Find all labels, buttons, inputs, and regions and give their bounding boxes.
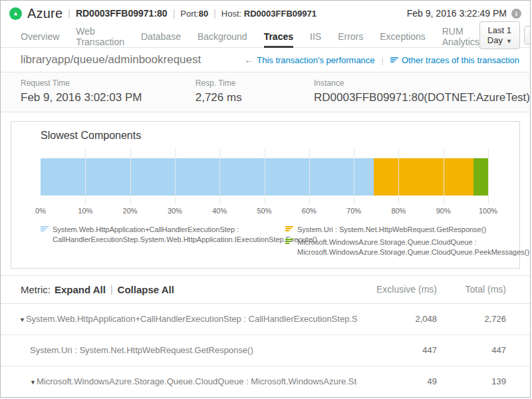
chevron-down-icon: ▼: [506, 38, 512, 45]
other-traces-link[interactable]: Other traces of this transaction: [390, 55, 519, 65]
tab-errors[interactable]: Errors: [338, 26, 363, 48]
x-tick-label: 10%: [78, 207, 92, 215]
bar-segment-0[interactable]: [41, 158, 374, 196]
gridline: [309, 148, 310, 204]
slowest-components-card: Slowest Components 0%10%20%30%40%50%60%7…: [11, 121, 520, 269]
stacked-bar-chart: [41, 148, 488, 204]
tab-database[interactable]: Database: [141, 26, 181, 48]
instance-label: Instance: [314, 78, 530, 88]
metric-table-header: Metric: Expand All | Collapse All Exclus…: [1, 275, 530, 304]
trace-list-icon: [390, 57, 398, 63]
collapse-triangle-icon[interactable]: ▼: [19, 317, 25, 323]
resp-time-label: Resp. Time: [196, 78, 314, 88]
legend-item-2: Microsoft.WindowsAzure.Storage.Queue.Clo…: [285, 237, 529, 257]
x-tick-label: 50%: [257, 207, 271, 215]
gridline: [354, 148, 354, 204]
table-row[interactable]: ▼System.Web.HttpApplication+CallHandlerE…: [1, 304, 530, 335]
menu-button[interactable]: ≡: [524, 26, 531, 45]
total-ms-value: 447: [437, 345, 506, 355]
metric-name: ▼System.Web.HttpApplication+CallHandlerE…: [19, 314, 357, 324]
total-ms-value: 139: [437, 376, 506, 386]
tab-web-transaction[interactable]: Web Transaction: [76, 26, 124, 48]
exclusive-column-header: Exclusive (ms): [357, 284, 437, 295]
chart-legend: System.Web.HttpApplication+CallHandlerEx…: [41, 225, 488, 260]
legend-bars-icon: [285, 237, 293, 257]
x-axis: 0%10%20%30%40%50%60%70%80%90%100%: [41, 207, 488, 217]
gridline: [444, 148, 444, 204]
chart-title: Slowest Components: [41, 130, 488, 142]
x-tick-label: 90%: [436, 207, 451, 215]
exclusive-ms-value: 2,048: [357, 314, 437, 324]
gridline: [265, 148, 265, 204]
resp-time-value: 2,726 ms: [196, 91, 314, 104]
expand-all-link[interactable]: Expand All: [55, 284, 106, 295]
x-tick-label: 60%: [302, 207, 317, 215]
x-tick-label: 30%: [168, 207, 182, 215]
new-relic-deploy-icon: ▲: [9, 7, 22, 20]
collapse-all-link[interactable]: Collapse All: [118, 284, 174, 295]
metric-table-body: ▼System.Web.HttpApplication+CallHandlerE…: [1, 304, 530, 398]
app-window: ▲ Azure | RD0003FFB09971:80 | Port:80 | …: [0, 0, 531, 398]
info-icon[interactable]: i: [511, 9, 521, 19]
collapse-triangle-icon[interactable]: ▼: [30, 379, 36, 386]
nav-bar: OverviewWeb TransactionDatabaseBackgroun…: [1, 26, 530, 48]
port-info: Port:80: [180, 9, 208, 19]
legend-item-1: System.Uri : System.Net.HttpWebRequest.G…: [285, 225, 529, 235]
legend-label: System.Web.HttpApplication+CallHandlerEx…: [53, 225, 317, 245]
instance-value: RD0003FFB09971:80(DOTNET:AzureTest): [314, 91, 530, 104]
separator: |: [382, 55, 384, 65]
legend-bars-icon: [41, 225, 49, 245]
transaction-header: libraryapp/queue/adminbookrequest ←This …: [1, 48, 530, 72]
exclusive-ms-value: 49: [357, 376, 437, 386]
separator: |: [213, 8, 216, 19]
tab-overview[interactable]: Overview: [21, 26, 59, 48]
app-title: Azure: [27, 6, 63, 21]
separator: |: [173, 8, 176, 19]
x-tick-label: 40%: [212, 207, 227, 215]
bar-segment-2[interactable]: [473, 158, 488, 196]
gridline: [130, 148, 131, 204]
app-header: ▲ Azure | RD0003FFB09971:80 | Port:80 | …: [1, 1, 530, 26]
transaction-performance-link[interactable]: ←This transaction's performance: [244, 55, 374, 65]
gridline: [488, 148, 489, 204]
bar-segment-1[interactable]: [374, 158, 473, 196]
metric-name: ▼Microsoft.WindowsAzure.Storage.Queue.Cl…: [30, 376, 357, 386]
left-arrow-icon: ←: [244, 55, 253, 65]
tab-traces[interactable]: Traces: [264, 26, 293, 48]
tab-list: OverviewWeb TransactionDatabaseBackgroun…: [21, 26, 479, 47]
legend-bars-icon: [285, 225, 293, 235]
time-range-button[interactable]: Last 1 Day▼: [479, 21, 520, 49]
x-tick-label: 80%: [391, 207, 406, 215]
metric-name: System.Uri : System.Net.HttpWebRequest.G…: [30, 345, 357, 355]
request-time-value: Feb 9, 2016 3:02:03 PM: [21, 91, 196, 104]
total-column-header: Total (ms): [437, 284, 506, 295]
x-tick-label: 0%: [35, 207, 46, 215]
instance-name: RD0003FFB09971:80: [76, 8, 168, 19]
tab-background[interactable]: Background: [198, 26, 247, 48]
separator: |: [110, 284, 113, 295]
exclusive-ms-value: 447: [357, 345, 437, 355]
host-info: Host: RD0003FFB09971: [221, 9, 317, 19]
table-row[interactable]: ▼Microsoft.WindowsAzure.Storage.Queue.Cl…: [1, 366, 530, 398]
legend-item-0: System.Web.HttpApplication+CallHandlerEx…: [41, 225, 285, 245]
legend-label: System.Uri : System.Net.HttpWebRequest.G…: [297, 225, 486, 235]
tab-exceptions[interactable]: Exceptions: [380, 26, 425, 48]
gridline: [175, 148, 176, 204]
total-ms-value: 2,726: [437, 314, 506, 324]
tab-iis[interactable]: IIS: [310, 26, 321, 48]
current-timestamp: Feb 9, 2016 3:22:49 PM: [407, 8, 507, 19]
transaction-name: libraryapp/queue/adminbookrequest: [21, 53, 201, 66]
gridline: [219, 148, 220, 204]
request-time-label: Request Time: [21, 78, 196, 88]
trace-summary: Request Time Feb 9, 2016 3:02:03 PM Resp…: [1, 72, 530, 112]
table-row[interactable]: System.Uri : System.Net.HttpWebRequest.G…: [1, 335, 530, 366]
metric-label: Metric:: [21, 284, 51, 295]
legend-label: Microsoft.WindowsAzure.Storage.Queue.Clo…: [297, 237, 529, 257]
x-tick-label: 70%: [346, 207, 361, 215]
x-tick-label: 20%: [123, 207, 138, 215]
gridline: [85, 148, 86, 204]
gridline: [398, 148, 399, 204]
x-tick-label: 100%: [479, 207, 497, 215]
tab-rum-analytics[interactable]: RUM Analytics: [442, 26, 479, 48]
separator: |: [68, 8, 70, 19]
